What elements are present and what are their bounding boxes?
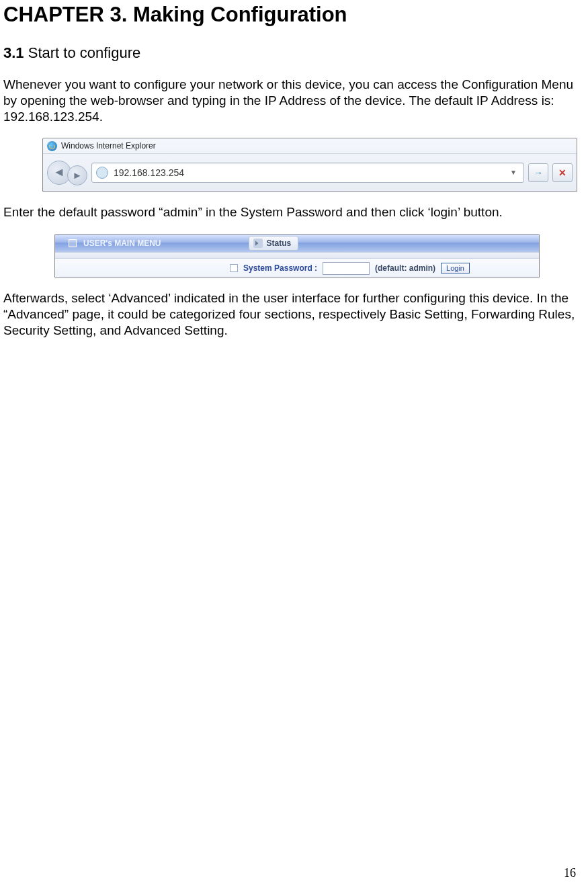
paragraph-advanced: Afterwards, select ‘Advanced’ indicated … [3, 290, 581, 338]
status-icon [253, 239, 263, 248]
login-button[interactable]: Login [441, 263, 470, 273]
status-label: Status [267, 239, 292, 248]
figure-login-panel: USER's MAIN MENU Status System Password … [54, 234, 540, 278]
login-divider [55, 252, 539, 259]
figure-browser-window: Windows Internet Explorer ◄ ► ▼ → ✕ [42, 138, 577, 192]
section-number: 3.1 [3, 44, 24, 61]
paragraph-password: Enter the default password “admin” in th… [3, 204, 581, 220]
go-arrow-icon: → [534, 167, 543, 178]
stop-button[interactable]: ✕ [552, 163, 573, 182]
paragraph-intro: Whenever you want to configure your netw… [3, 77, 581, 124]
login-form-row: System Password : (default: admin) Login [55, 259, 539, 278]
system-password-input[interactable] [323, 262, 370, 275]
page-icon [96, 167, 108, 179]
menu-title: USER's MAIN MENU [83, 239, 161, 248]
forward-arrow-icon: ► [73, 169, 83, 181]
address-bar[interactable]: ▼ [91, 163, 524, 183]
stop-x-icon: ✕ [558, 167, 566, 178]
system-password-label: System Password : [243, 263, 317, 273]
go-button[interactable]: → [528, 163, 548, 182]
address-dropdown-icon[interactable]: ▼ [507, 169, 519, 176]
internet-explorer-icon [47, 141, 57, 151]
browser-window-title: Windows Internet Explorer [61, 141, 156, 151]
bullet-icon [69, 239, 77, 247]
forward-button[interactable]: ► [67, 165, 87, 185]
login-header-bar: USER's MAIN MENU Status [55, 235, 539, 252]
section-title: 3.1 Start to configure [3, 44, 581, 62]
status-tab[interactable]: Status [249, 236, 299, 251]
bullet-icon [230, 264, 238, 272]
back-arrow-icon: ◄ [53, 165, 65, 179]
password-hint: (default: admin) [375, 263, 435, 273]
section-name: Start to configure [24, 44, 141, 61]
chapter-title: CHAPTER 3. Making Configuration [3, 3, 581, 27]
browser-titlebar: Windows Internet Explorer [43, 138, 577, 153]
url-input[interactable] [112, 167, 503, 179]
browser-toolbar: ◄ ► ▼ → ✕ [43, 153, 577, 191]
